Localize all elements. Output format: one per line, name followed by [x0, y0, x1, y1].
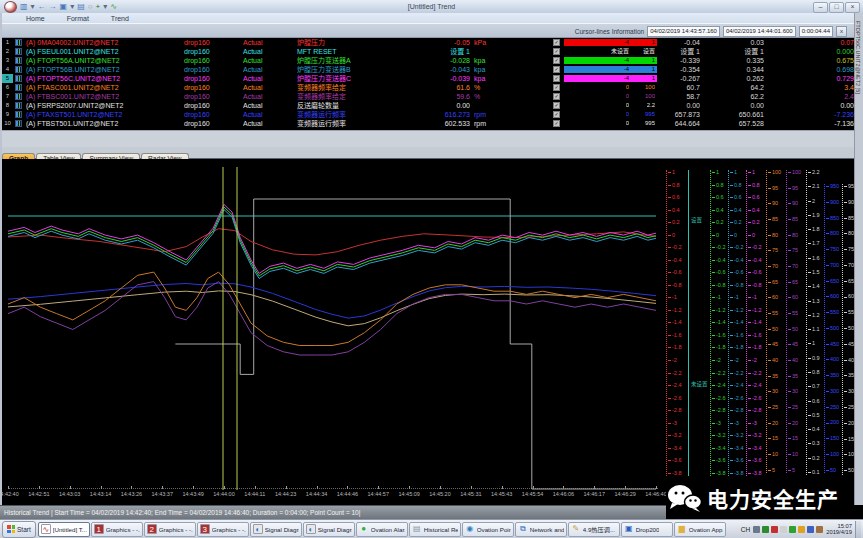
scale-range-bar[interactable]: 0995 — [564, 111, 657, 118]
scale-check-icon[interactable]: ✓ — [553, 93, 560, 100]
table-row[interactable]: 3(A) FTOPT56A.UNIT2@NET2drop160Actual炉膛压… — [2, 56, 855, 65]
window-title: [Untitled] Trend — [0, 3, 863, 10]
back-icon[interactable]: ← — [38, 2, 46, 11]
tray-icon[interactable] — [816, 526, 823, 533]
cursor-info-close-icon[interactable]: x — [836, 26, 847, 37]
tray-icon[interactable] — [789, 526, 796, 533]
axis-tick-label: 1.5 — [808, 270, 820, 275]
ribbon-tab-trend[interactable]: Trend — [107, 15, 133, 22]
current-value: 设置 1 — [398, 47, 470, 56]
scale-range-bar[interactable]: -41 — [564, 57, 657, 64]
scale-check-icon[interactable]: ✓ — [553, 57, 560, 64]
cursor-delta-field[interactable]: 0:00:04.44 — [799, 26, 833, 37]
taskbar-item[interactable]: 2Graphics - -... — [144, 522, 196, 537]
taskbar-item[interactable]: ▆Ovation App... — [674, 522, 726, 537]
table-row[interactable]: 6(A) FTASC001.UNIT2@NET2drop160Actual变频器… — [2, 83, 855, 92]
axis-tick-label: 0.4 — [712, 208, 725, 213]
language-indicator[interactable]: CH — [741, 526, 750, 533]
time-tick — [594, 486, 595, 489]
point-detail-side-tab[interactable]: FTOPT56C.UNIT2@NET2 [5] — [855, 13, 861, 94]
taskbar-item[interactable]: ▤Historical Re... — [409, 522, 461, 537]
taskbar-item[interactable]: ◐Signal Diagra... — [250, 522, 302, 537]
scale-range-bar[interactable]: -41 — [564, 66, 657, 73]
window-frame-left — [0, 13, 2, 505]
taskbar-item[interactable]: ⧉Network and... — [515, 522, 567, 537]
dropdown-icon[interactable]: ▾ — [103, 2, 107, 11]
cursor1-value: -0.339 — [660, 56, 700, 65]
sparkline-icon[interactable]: ∿ — [110, 2, 117, 11]
taskbar-item[interactable]: ▣Drop200 — [621, 522, 673, 537]
scale-range-bar[interactable]: -41 — [564, 39, 657, 46]
export-icon[interactable]: ▣ — [60, 2, 68, 11]
taskbar-item[interactable]: ◐Signal Diagra... — [303, 522, 355, 537]
tray-icon[interactable] — [807, 526, 814, 533]
trend-type-icon[interactable]: ▥ — [20, 2, 28, 11]
app-button[interactable] — [4, 1, 17, 13]
tray-icon[interactable] — [798, 526, 805, 533]
clock[interactable]: 15:07 2019/4/19 — [826, 523, 852, 535]
scale-check-icon[interactable]: ✓ — [553, 48, 560, 55]
table-row[interactable]: 2(A) FSEUL001.UNIT2@NET2drop160ActualMFT… — [2, 47, 855, 56]
close-button[interactable]: × — [845, 2, 860, 13]
scale-range-bar[interactable]: 未设置设置 — [564, 48, 657, 55]
table-row[interactable]: 8(A) FSRPS2007.UNIT2@NET2drop160Actual反送… — [2, 101, 855, 110]
table-row[interactable]: 4(A) FTOPT56B.UNIT2@NET2drop160Actual炉膛压… — [2, 65, 855, 74]
ribbon-tab-home[interactable]: Home — [22, 15, 49, 22]
table-row[interactable]: 10(A) FTBST501.UNIT2@NET2drop160Actual变频… — [2, 119, 855, 128]
taskbar-item[interactable]: ∿[Untitled] T... — [38, 522, 90, 537]
cursor1-time-field[interactable]: 04/02/2019 14:43:57.160 — [647, 26, 720, 37]
tray-icon[interactable] — [780, 526, 787, 533]
point-type-cell — [15, 92, 23, 101]
table-row[interactable]: 7(A) FTBSC001.UNIT2@NET2drop160Actual变频器… — [2, 92, 855, 101]
transmitter-c-axis: 10.80.60.40.20-0.2-0.4-0.6-0.8-1-1.2-1.4… — [746, 170, 761, 476]
taskbar-item[interactable]: 1Graphics - -... — [91, 522, 143, 537]
cursor2-time-field[interactable]: 04/02/2019 14:44:01.600 — [723, 26, 796, 37]
dropdown-icon[interactable]: ▾ — [31, 2, 35, 11]
maximize-button[interactable]: □ — [829, 2, 844, 13]
tray-icon[interactable] — [771, 526, 778, 533]
cursor2-value: 650.661 — [724, 110, 764, 119]
scale-check-icon[interactable]: ✓ — [553, 66, 560, 73]
add-point-icon[interactable]: + — [96, 2, 101, 11]
point-icon — [15, 93, 22, 100]
zoom-icon[interactable]: ○ — [88, 2, 93, 11]
scale-check-icon[interactable]: ✓ — [553, 111, 560, 118]
taskbar-item[interactable]: ✎4.9热压调... — [568, 522, 620, 537]
scale-check-icon[interactable]: ✓ — [553, 102, 560, 109]
scale-range-bar[interactable]: 0100 — [564, 84, 657, 91]
drop-name: drop160 — [184, 65, 234, 74]
axis-tick-label: 0 — [712, 233, 725, 238]
right-scroll-strip[interactable]: FTOPT56C.UNIT2@NET2 [5] — [854, 13, 863, 505]
table-row[interactable]: 9(A) FTAXST501.UNIT2@NET2drop160Actual变频… — [2, 110, 855, 119]
scale-check-icon[interactable]: ✓ — [553, 120, 560, 127]
scale-max-label: 1 — [652, 39, 655, 46]
trend-chart[interactable]: 14:42:4014:42:5114:43:0314:43:1414:43:26… — [0, 159, 863, 505]
delta-value: 0.07 — [800, 38, 854, 47]
axis-tick-label: 0.3 — [808, 441, 820, 446]
axis-tick-label: 1.2 — [808, 313, 820, 318]
start-button[interactable]: Start — [2, 521, 36, 538]
properties-icon[interactable]: ▤ — [77, 2, 85, 11]
show-desktop-button[interactable] — [855, 521, 861, 538]
minimize-button[interactable]: – — [813, 2, 828, 13]
forward-icon[interactable]: → — [49, 2, 57, 11]
tray-icon[interactable] — [753, 526, 760, 533]
scale-range-bar[interactable]: 0995 — [564, 120, 657, 127]
table-row[interactable]: 1(A) 0MA04002.UNIT2@NET2drop160Actual炉膛压… — [2, 38, 855, 47]
axis-tick-label: -1.2 — [668, 308, 681, 313]
taskbar-item[interactable]: 3Graphics - -... — [197, 522, 249, 537]
scale-range-bar[interactable]: -41 — [564, 75, 657, 82]
taskbar-item[interactable]: ●Ovation Alar... — [356, 522, 408, 537]
ribbon-tab-format[interactable]: Format — [63, 15, 93, 22]
scale-range-bar[interactable]: 0100 — [564, 93, 657, 100]
table-row[interactable]: 5(A) FTOPT56C.UNIT2@NET2drop160Actual炉膛压… — [2, 74, 855, 83]
dropdown-icon[interactable]: ▾ — [70, 2, 74, 11]
scale-check-icon[interactable]: ✓ — [553, 84, 560, 91]
scale-range-bar[interactable]: 02.2 — [564, 102, 657, 109]
scale-check-icon[interactable]: ✓ — [553, 39, 560, 46]
axis-tick-label: -1.8 — [712, 345, 725, 350]
tray-icon[interactable] — [762, 526, 769, 533]
scale-check-icon[interactable]: ✓ — [553, 75, 560, 82]
point-name: (A) FSEUL001.UNIT2@NET2 — [26, 47, 178, 56]
taskbar-item[interactable]: ◉Ovation Poin... — [462, 522, 514, 537]
